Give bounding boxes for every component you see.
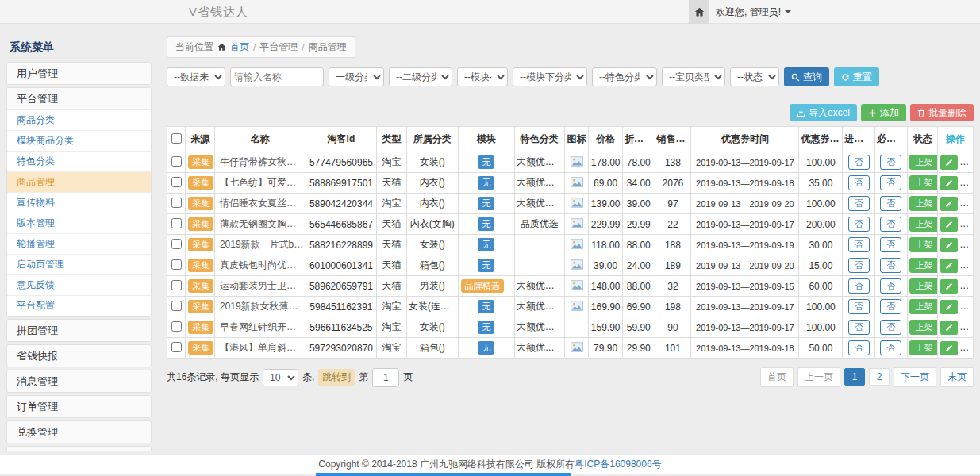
row-checkbox[interactable] (171, 321, 182, 332)
must-buy-toggle[interactable]: 否 (880, 196, 901, 211)
row-checkbox[interactable] (171, 342, 182, 352)
row-checkbox[interactable] (171, 198, 182, 208)
status-button[interactable]: 上架 (909, 299, 938, 314)
edit-button[interactable] (940, 238, 958, 252)
import-excel-button[interactable]: 导入excel (790, 104, 857, 121)
sidebar-item[interactable]: 轮播管理 (7, 233, 151, 254)
sidebar-item[interactable]: 版本管理 (7, 213, 151, 233)
status-button[interactable]: 上架 (909, 320, 938, 335)
status-button[interactable]: 上架 (909, 278, 938, 294)
filter-select[interactable]: --数据来源-- (167, 67, 225, 86)
select-all-checkbox[interactable] (171, 133, 182, 144)
filter-select[interactable]: --宝贝类型-- (662, 67, 725, 86)
image-icon (571, 218, 583, 228)
sidebar-item[interactable]: 商品管理 (7, 171, 151, 192)
add-button[interactable]: 添加 (861, 104, 906, 121)
row-checkbox[interactable] (171, 218, 182, 228)
source-badge: 采集 (188, 279, 213, 293)
sidebar-item[interactable]: 特色分类 (7, 151, 151, 171)
import-select-toggle[interactable]: 否 (848, 237, 870, 252)
import-select-toggle[interactable]: 否 (848, 155, 870, 170)
edit-button[interactable] (940, 217, 958, 232)
row-checkbox[interactable] (171, 259, 182, 270)
page-button[interactable]: 1 (844, 368, 865, 386)
import-select-toggle[interactable]: 否 (848, 340, 870, 355)
must-buy-toggle[interactable]: 否 (880, 175, 901, 190)
sidebar-group-header[interactable]: 订单管理 (7, 396, 151, 417)
status-button[interactable]: 上架 (909, 237, 938, 252)
sidebar-group-header[interactable] (7, 447, 151, 451)
edit-button[interactable] (940, 321, 958, 335)
filter-select[interactable]: --特色分类-- (592, 67, 657, 86)
filter-select[interactable]: --状态-- (730, 67, 779, 86)
import-select-toggle[interactable]: 否 (848, 196, 870, 211)
reset-button[interactable]: 重置 (834, 67, 879, 86)
edit-button[interactable] (940, 155, 958, 170)
import-select-toggle[interactable]: 否 (848, 217, 870, 232)
filter-select[interactable]: --模块下分类-- (513, 67, 587, 86)
row-checkbox[interactable] (171, 177, 182, 187)
name-search-input[interactable] (230, 67, 324, 86)
filter-select[interactable]: --二级分类-- (389, 67, 452, 86)
status-button[interactable]: 上架 (909, 155, 938, 170)
import-select-toggle[interactable]: 否 (848, 258, 870, 273)
must-buy-toggle[interactable]: 否 (880, 155, 901, 170)
status-button[interactable]: 上架 (909, 196, 938, 211)
edit-button[interactable] (940, 279, 958, 294)
sidebar-item[interactable]: 启动页管理 (7, 254, 151, 274)
sidebar-group-header[interactable]: 省钱快报 (7, 345, 151, 367)
edit-button[interactable] (940, 300, 958, 314)
must-buy-toggle[interactable]: 否 (880, 278, 901, 294)
page-button[interactable]: 首页 (760, 367, 794, 387)
per-page-select[interactable]: 10 (263, 369, 298, 386)
filter-select[interactable]: 一级分类 (329, 67, 384, 86)
sidebar-item[interactable]: 宣传物料 (7, 192, 151, 213)
edit-button[interactable] (940, 341, 958, 355)
must-buy-toggle[interactable]: 否 (880, 299, 901, 314)
must-buy-toggle[interactable]: 否 (880, 258, 901, 273)
bottom-blue-bar (316, 473, 571, 476)
must-buy-toggle[interactable]: 否 (880, 340, 901, 355)
status-button[interactable]: 上架 (909, 175, 938, 190)
sidebar-group-header[interactable]: 平台管理 (7, 88, 151, 109)
import-select-toggle[interactable]: 否 (848, 320, 870, 335)
sidebar-item[interactable]: 意见反馈 (7, 274, 151, 295)
breadcrumb-home-link[interactable]: 首页 (230, 40, 249, 54)
must-buy-toggle[interactable]: 否 (880, 217, 901, 232)
row-checkbox[interactable] (171, 301, 182, 311)
sidebar-group-header[interactable]: 拼团管理 (7, 320, 151, 341)
page-button[interactable]: 下一页 (894, 367, 936, 387)
import-select-toggle[interactable]: 否 (848, 175, 870, 190)
sidebar-group-header[interactable]: 消息管理 (7, 370, 151, 392)
price: 159.90 (589, 317, 623, 338)
edit-button[interactable] (940, 259, 958, 273)
row-checkbox[interactable] (171, 239, 182, 249)
sidebar-group-header[interactable]: 兑换管理 (7, 421, 151, 443)
import-select-toggle[interactable]: 否 (848, 299, 870, 314)
edit-button[interactable] (940, 197, 958, 211)
page-button[interactable]: 上一页 (797, 367, 840, 387)
user-menu[interactable]: 欢迎您, 管理员! (716, 0, 791, 24)
page-button[interactable]: 2 (869, 368, 890, 386)
status-button[interactable]: 上架 (909, 340, 938, 355)
row-checkbox[interactable] (171, 280, 182, 290)
sidebar-item[interactable]: 商品分类 (7, 109, 151, 130)
sidebar-item[interactable]: 平台配置 (7, 295, 151, 316)
sidebar-group-header[interactable]: 用户管理 (7, 63, 151, 84)
must-buy-toggle[interactable]: 否 (880, 237, 901, 252)
status-button[interactable]: 上架 (909, 258, 938, 273)
home-button[interactable] (689, 0, 709, 24)
edit-button[interactable] (940, 176, 958, 190)
page-number-input[interactable] (372, 368, 399, 387)
search-button[interactable]: 查询 (784, 67, 829, 86)
row-checkbox[interactable] (171, 156, 182, 167)
batch-delete-button[interactable]: 批量删除 (910, 104, 974, 121)
must-buy-toggle[interactable]: 否 (880, 320, 901, 335)
sidebar-item[interactable]: 模块商品分类 (7, 130, 151, 151)
icp-link[interactable]: 粤ICP备16098006号 (575, 458, 661, 471)
page-button[interactable]: 末页 (940, 367, 974, 387)
status-button[interactable]: 上架 (909, 217, 938, 232)
import-select-toggle[interactable]: 否 (848, 278, 870, 294)
filter-select[interactable]: --模块-- (457, 67, 508, 86)
column-header: 优惠券时间 (691, 127, 799, 152)
